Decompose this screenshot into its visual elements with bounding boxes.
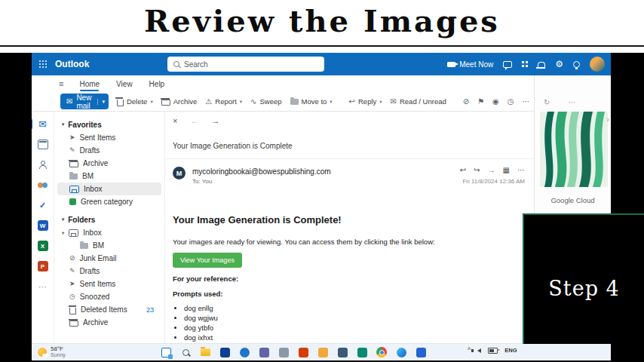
- rail-excel-icon[interactable]: X: [36, 240, 50, 252]
- rail-calendar-icon[interactable]: [36, 138, 50, 150]
- folder-archive[interactable]: Archive: [54, 316, 164, 329]
- rail-mail-icon[interactable]: ✉: [36, 118, 50, 130]
- folders-label: Folders: [68, 216, 95, 224]
- green-category-icon: [69, 198, 76, 205]
- new-mail-dropdown[interactable]: ▾: [97, 99, 109, 105]
- sweep-button[interactable]: ∿ Sweep: [250, 97, 281, 106]
- taskbar-app-icon[interactable]: [278, 346, 290, 358]
- favorite-drafts[interactable]: ✎ Drafts: [54, 144, 164, 157]
- more-commands-button[interactable]: ⋯: [523, 98, 530, 106]
- weather-widget[interactable]: 58°F Sunny: [38, 345, 66, 358]
- folder-snoozed[interactable]: ◷ Snoozed: [54, 290, 164, 303]
- more-icon[interactable]: ⋯: [568, 98, 575, 106]
- next-message-icon[interactable]: →: [211, 116, 219, 125]
- tab-help[interactable]: Help: [149, 78, 166, 90]
- rail-word-icon[interactable]: W: [36, 219, 50, 232]
- language-indicator[interactable]: ENG: [504, 347, 517, 354]
- favorite-bm[interactable]: BM: [54, 170, 164, 183]
- file-explorer-icon[interactable]: [199, 346, 211, 358]
- favorite-archive[interactable]: Archive: [54, 157, 164, 170]
- google-cloud-caption: Google Cloud: [535, 196, 611, 204]
- folder-junk-email[interactable]: ⊘ Junk Email: [54, 252, 164, 265]
- forward-icon[interactable]: →: [488, 166, 495, 174]
- chevron-down-icon: ▾: [240, 99, 242, 105]
- tips-lightbulb-icon[interactable]: [573, 61, 580, 68]
- delete-button[interactable]: Delete ▾: [117, 97, 153, 106]
- previous-message-icon[interactable]: ←: [190, 116, 198, 125]
- battery-icon[interactable]: [488, 348, 498, 354]
- favorite-green-category[interactable]: Green category: [54, 195, 164, 208]
- notifications-bell-icon[interactable]: [538, 62, 545, 68]
- task-view-icon[interactable]: [160, 346, 172, 358]
- taskbar-app-icon[interactable]: [258, 346, 270, 358]
- pin-button[interactable]: ◉: [492, 98, 499, 106]
- step-label: Step 4: [548, 277, 619, 300]
- chevron-down-icon: ▾: [62, 121, 64, 127]
- folder-drafts[interactable]: ✎ Drafts: [54, 265, 164, 278]
- archive-button[interactable]: Archive: [161, 97, 198, 106]
- reply-label: Reply: [358, 97, 376, 106]
- refresh-icon[interactable]: ↻: [544, 98, 550, 106]
- favorites-header[interactable]: ▾ Favorites: [54, 118, 164, 131]
- taskbar-app-icon[interactable]: [317, 346, 329, 358]
- favorite-inbox-selected[interactable]: Inbox: [57, 183, 161, 195]
- meet-now-button[interactable]: Meet Now: [447, 60, 493, 69]
- view-your-images-button[interactable]: View Your Images: [173, 253, 242, 268]
- tab-home[interactable]: Home: [78, 78, 100, 90]
- taskbar-app-icon[interactable]: [238, 346, 250, 358]
- search-icon[interactable]: [179, 346, 192, 358]
- folder-sent-items[interactable]: ➤ Sent Items: [54, 278, 164, 290]
- settings-gear-icon[interactable]: ⚙: [555, 60, 563, 69]
- toggle-pane-icon[interactable]: ≡: [59, 79, 63, 88]
- report-label: Report: [215, 97, 237, 106]
- snooze-button[interactable]: ◷: [508, 98, 514, 106]
- reply-icon: ↩: [349, 98, 355, 106]
- expand-chevron-icon[interactable]: ▾: [62, 230, 64, 236]
- new-mail-button[interactable]: ✉ New mail ▾: [60, 94, 109, 109]
- app-launcher-icon[interactable]: [39, 60, 48, 69]
- more-actions-icon[interactable]: ⋯: [517, 166, 525, 174]
- chrome-icon[interactable]: [376, 346, 388, 358]
- edge-icon[interactable]: [395, 346, 407, 358]
- sender-row: M mycoloringbookai@bowespublishing.com T…: [173, 166, 525, 192]
- taskbar-app-icon[interactable]: [415, 346, 427, 358]
- rail-more-apps-icon[interactable]: ⋯: [36, 281, 50, 293]
- profile-avatar[interactable]: [590, 57, 605, 72]
- taskbar-app-icon[interactable]: [297, 346, 309, 358]
- calendar-icon[interactable]: ▦: [503, 166, 510, 174]
- search-input[interactable]: Search: [167, 57, 324, 72]
- rail-powerpoint-icon[interactable]: P: [36, 260, 50, 272]
- speaker-icon[interactable]: [477, 348, 481, 353]
- mail-icon: ✉: [66, 97, 72, 106]
- carousel-next-icon[interactable]: ›: [606, 115, 609, 124]
- folder-bm[interactable]: BM: [54, 239, 164, 252]
- chat-icon[interactable]: [503, 61, 512, 68]
- taskbar-app-icon[interactable]: [336, 346, 348, 358]
- folder-inbox[interactable]: ▾ Inbox: [54, 226, 164, 239]
- app-name: Outlook: [55, 59, 89, 69]
- rail-people-icon[interactable]: [36, 158, 50, 170]
- reply-button[interactable]: ↩ Reply ▾: [349, 97, 382, 106]
- folder-label: Inbox: [83, 229, 101, 237]
- read-unread-button[interactable]: ✉ Read / Unread: [391, 97, 446, 106]
- report-button[interactable]: ⚠ Report ▾: [205, 97, 242, 106]
- taskbar-app-icon[interactable]: [219, 346, 231, 358]
- folder-label: Green category: [81, 198, 133, 206]
- sweep-icon: ∿: [250, 98, 256, 106]
- reply-icon[interactable]: ↩: [460, 166, 466, 174]
- block-sender-button[interactable]: ⊘: [463, 98, 469, 106]
- rail-todo-icon[interactable]: ✓: [36, 199, 50, 211]
- hidden-icons-chevron[interactable]: ^: [468, 347, 471, 354]
- favorite-sent-items[interactable]: ➤ Sent Items: [54, 131, 164, 144]
- folder-deleted-items[interactable]: Deleted Items 23: [54, 303, 164, 316]
- tab-view[interactable]: View: [115, 78, 133, 90]
- app-rail: ✉ ✓ W X P ⋯: [32, 112, 54, 343]
- move-to-button[interactable]: Move to ▾: [290, 97, 333, 106]
- reply-all-icon[interactable]: ↪: [474, 166, 480, 174]
- folders-header[interactable]: ▾ Folders: [54, 213, 164, 226]
- rail-groups-icon[interactable]: [36, 179, 50, 191]
- taskbar-app-icon[interactable]: [356, 346, 368, 358]
- apps-icon[interactable]: [522, 61, 528, 67]
- close-icon[interactable]: ×: [173, 116, 177, 125]
- flag-button[interactable]: ⚑: [477, 98, 484, 106]
